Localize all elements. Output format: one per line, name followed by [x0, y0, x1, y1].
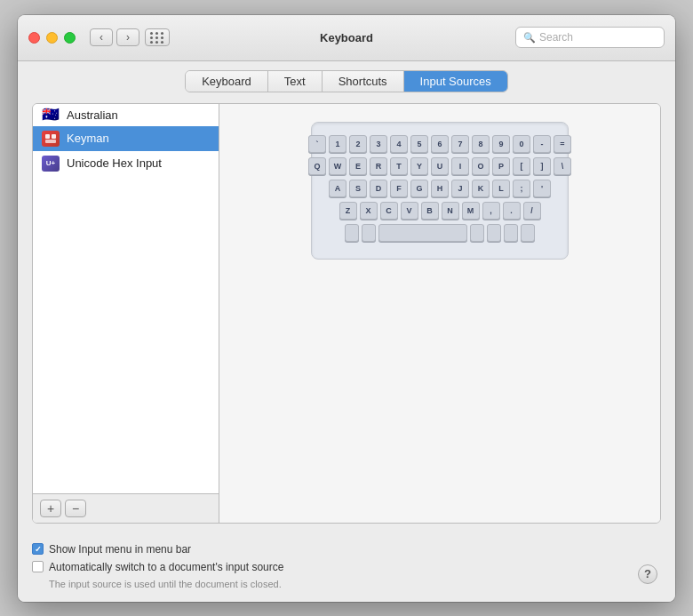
key-modifier-2	[362, 224, 376, 242]
key-v: V	[401, 202, 418, 220]
key-r: R	[370, 157, 387, 175]
key-0: 0	[513, 135, 530, 153]
svg-rect-2	[45, 140, 56, 143]
tab-keyboard[interactable]: Keyboard	[186, 71, 268, 92]
key-5: 5	[410, 135, 428, 153]
search-placeholder: Search	[539, 31, 573, 44]
key-modifier-6	[521, 224, 535, 242]
key-backslash: \	[554, 157, 571, 175]
key-o: O	[472, 157, 490, 175]
sidebar-label-keyman: Keyman	[67, 132, 109, 145]
keyman-icon	[42, 131, 60, 147]
key-lbracket: [	[513, 157, 530, 175]
nav-buttons: ‹ ›	[90, 28, 139, 46]
sidebar-item-keyman[interactable]: Keyman	[33, 126, 219, 151]
help-note: The input source is used until the docum…	[49, 579, 661, 589]
key-k: K	[472, 180, 490, 197]
tab-shortcuts[interactable]: Shortcuts	[323, 71, 404, 92]
key-9: 9	[492, 135, 510, 153]
key-6: 6	[431, 135, 449, 153]
key-b: B	[421, 202, 439, 220]
minimize-button[interactable]	[46, 32, 58, 44]
key-p: P	[492, 157, 510, 175]
grid-button[interactable]	[145, 28, 170, 46]
main-content: 🇦🇺 Australian Keyman	[18, 92, 675, 534]
key-minus: -	[533, 135, 551, 153]
auto-switch-label: Automatically switch to a document's inp…	[49, 561, 283, 573]
key-t: T	[390, 157, 408, 175]
close-button[interactable]	[28, 32, 40, 44]
title-bar: ‹ › Keyboard 🔍 Search	[18, 15, 675, 61]
key-comma: ,	[482, 202, 500, 220]
key-e: E	[349, 157, 367, 175]
key-7: 7	[451, 135, 469, 153]
key-period: .	[503, 202, 521, 220]
key-row-space	[326, 224, 554, 242]
key-1: 1	[329, 135, 346, 153]
key-c: C	[380, 202, 398, 220]
svg-rect-0	[45, 134, 50, 139]
tab-text[interactable]: Text	[268, 71, 323, 92]
sidebar-item-unicode[interactable]: U+ Unicode Hex Input	[33, 151, 219, 176]
sidebar-label-unicode: Unicode Hex Input	[67, 156, 162, 170]
show-input-menu-label: Show Input menu in menu bar	[49, 543, 191, 556]
unicode-icon: U+	[42, 156, 60, 172]
key-d: D	[370, 180, 387, 197]
key-x: X	[360, 202, 378, 220]
key-q: Q	[308, 157, 326, 175]
key-row-0: ` 1 2 3 4 5 6 7 8 9 0 - =	[326, 135, 554, 153]
tab-input-sources[interactable]: Input Sources	[404, 71, 507, 92]
key-3: 3	[370, 135, 387, 153]
key-backtick: `	[308, 135, 326, 153]
key-h: H	[431, 180, 449, 197]
content-box: 🇦🇺 Australian Keyman	[32, 103, 661, 524]
add-source-button[interactable]: +	[40, 500, 61, 517]
key-j: J	[451, 180, 469, 197]
key-rbracket: ]	[533, 157, 551, 175]
tab-group: Keyboard Text Shortcuts Input Sources	[185, 70, 508, 92]
keyboard-visualization: ` 1 2 3 4 5 6 7 8 9 0 - =	[311, 122, 569, 260]
key-u: U	[431, 157, 449, 175]
search-bar[interactable]: 🔍 Search	[515, 27, 665, 48]
key-quote: '	[533, 180, 551, 197]
traffic-lights	[28, 32, 76, 44]
key-row-2: A S D F G H J K L ; '	[326, 180, 554, 197]
key-a: A	[329, 180, 346, 197]
key-l: L	[492, 180, 510, 197]
key-g: G	[410, 180, 428, 197]
window-title: Keyboard	[320, 31, 373, 44]
key-modifier-3	[470, 224, 484, 242]
key-equals: =	[554, 135, 571, 153]
right-panel: ` 1 2 3 4 5 6 7 8 9 0 - =	[219, 104, 660, 523]
forward-button[interactable]: ›	[116, 28, 139, 46]
help-button[interactable]: ?	[638, 564, 657, 584]
auto-switch-row: Automatically switch to a document's inp…	[32, 561, 661, 573]
bottom-options-area: Show Input menu in menu bar Automaticall…	[18, 534, 675, 602]
key-m: M	[462, 202, 480, 220]
window-content: 🇦🇺 Australian Keyman	[18, 92, 675, 602]
svg-rect-1	[52, 134, 56, 139]
key-4: 4	[390, 135, 408, 153]
back-button[interactable]: ‹	[90, 28, 113, 46]
search-icon: 🔍	[523, 32, 536, 44]
auto-switch-checkbox[interactable]	[32, 561, 44, 572]
key-f: F	[390, 180, 408, 197]
tabs-bar: Keyboard Text Shortcuts Input Sources	[18, 61, 675, 92]
key-slash: /	[523, 202, 541, 220]
key-semicolon: ;	[513, 180, 530, 197]
show-input-menu-checkbox[interactable]	[32, 543, 44, 555]
sidebar-item-australian[interactable]: 🇦🇺 Australian	[33, 104, 219, 126]
remove-source-button[interactable]: −	[65, 500, 86, 517]
key-z: Z	[339, 202, 357, 220]
key-s: S	[349, 180, 367, 197]
key-modifier-5	[504, 224, 518, 242]
key-n: N	[442, 202, 459, 220]
maximize-button[interactable]	[64, 32, 76, 44]
key-row-1: Q W E R T Y U I O P [ ] \	[326, 157, 554, 175]
main-window: ‹ › Keyboard 🔍 Search Keyboard Text Shor…	[18, 15, 675, 602]
key-row-3: Z X C V B N M , . /	[326, 202, 554, 220]
australian-flag-icon: 🇦🇺	[42, 108, 60, 121]
grid-icon	[150, 32, 164, 44]
sidebar-list: 🇦🇺 Australian Keyman	[33, 104, 219, 493]
key-modifier-4	[487, 224, 501, 242]
